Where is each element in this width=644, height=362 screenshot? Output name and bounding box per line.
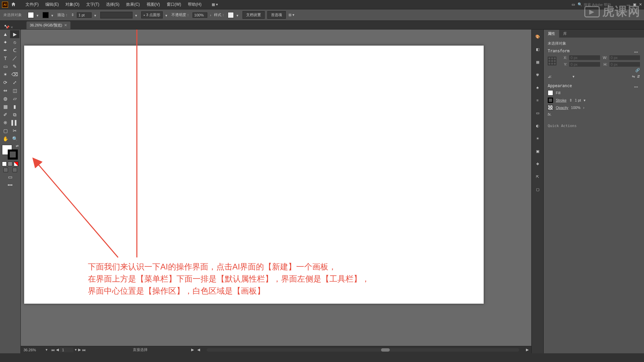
asset-export-icon[interactable]: ⇱	[534, 173, 541, 180]
opacity-panel-input[interactable]: 100%	[571, 106, 580, 110]
zoom-tool[interactable]: 🔍	[10, 135, 19, 143]
brushes-panel-icon[interactable]: ✾	[534, 71, 541, 78]
fx-button[interactable]: fx.	[548, 112, 552, 116]
zoom-level[interactable]: 36.26%	[23, 348, 42, 352]
hand-tool[interactable]: ✋	[1, 135, 10, 143]
stroke-width-input[interactable]	[77, 12, 92, 18]
layers-panel-icon[interactable]: ❖	[534, 160, 541, 168]
tab-properties[interactable]: 属性	[544, 30, 559, 38]
fill-swatch[interactable]	[28, 12, 34, 18]
stroke-swatch-panel[interactable]	[548, 98, 553, 103]
next-artboard-icon[interactable]: ▶	[78, 348, 81, 352]
transform-options-icon[interactable]: •••	[634, 50, 638, 54]
artboard-number[interactable]: 1	[60, 348, 73, 352]
y-input[interactable]: 0 px	[569, 62, 600, 67]
eraser-tool[interactable]: ⌫	[10, 70, 19, 78]
edit-toolbar-button[interactable]: •••	[1, 181, 19, 189]
stroke-color[interactable]	[8, 149, 18, 160]
prefs-button[interactable]: 首选项	[267, 11, 286, 19]
fill-swatch-panel[interactable]	[548, 90, 553, 96]
blend-tool[interactable]: ⧉	[10, 111, 19, 119]
tab-libraries[interactable]: 库	[559, 30, 571, 38]
h-input[interactable]: 0 px	[609, 62, 640, 67]
w-input[interactable]: 0 px	[609, 55, 640, 60]
transparency-panel-icon[interactable]: ◐	[534, 122, 541, 129]
menu-edit[interactable]: 编辑(E)	[42, 2, 62, 7]
width-tool[interactable]: ⇔	[1, 86, 10, 95]
screen-mode-2[interactable]	[12, 168, 17, 172]
appearance-options-icon[interactable]: •••	[634, 85, 638, 89]
scale-tool[interactable]: ⤢	[10, 78, 19, 86]
stroke-link[interactable]: Stroke	[556, 98, 567, 102]
symbol-sprayer-tool[interactable]: ※	[1, 119, 10, 127]
stroke-panel-icon[interactable]: ≡	[534, 97, 541, 104]
status-expand-icon[interactable]: ▶	[191, 348, 194, 352]
color-panel-icon[interactable]: 🎨	[534, 33, 541, 40]
workspace-icon[interactable]: ▭	[572, 2, 575, 7]
flip-h-icon[interactable]: ⇋	[632, 74, 635, 79]
rotate-tool[interactable]: ⟳	[1, 78, 10, 86]
menu-help[interactable]: 帮助(H)	[184, 2, 205, 7]
stroke-width-panel[interactable]: 1 pt	[575, 98, 581, 102]
opacity-link[interactable]: Opacity	[556, 106, 568, 110]
perspective-tool[interactable]: ▱	[10, 95, 19, 103]
doc-setup-button[interactable]: 文档设置	[243, 11, 265, 19]
shaper-tool[interactable]: ✶	[1, 70, 10, 78]
menu-file[interactable]: 文件(F)	[22, 2, 42, 7]
rectangle-tool[interactable]: ▭	[1, 62, 10, 70]
artboards-panel-icon[interactable]: ▢	[534, 186, 541, 193]
symbols-panel-icon[interactable]: ♣	[534, 84, 541, 91]
menu-view[interactable]: 视图(V)	[143, 2, 163, 7]
constrain-icon[interactable]: 🔗	[635, 68, 640, 72]
screen-mode-1[interactable]	[3, 168, 8, 172]
type-tool[interactable]: T	[1, 54, 10, 62]
opacity-expand[interactable]: ›	[210, 13, 211, 17]
artboard-tool[interactable]: ▢	[1, 127, 10, 135]
curvature-tool[interactable]: ᑕ	[10, 46, 19, 54]
mesh-tool[interactable]: ▦	[1, 103, 10, 111]
horizontal-scrollbar[interactable]	[207, 348, 519, 352]
prev-artboard-icon[interactable]: ◀	[56, 348, 59, 352]
slice-tool[interactable]: ✂	[10, 127, 19, 135]
var-width-dd[interactable]	[100, 12, 132, 18]
gradient-tool[interactable]: ▮	[10, 103, 19, 111]
stroke-swatch[interactable]	[43, 12, 49, 18]
last-artboard-icon[interactable]: ⏭	[82, 348, 86, 352]
first-artboard-icon[interactable]: ⏮	[51, 348, 55, 352]
direct-selection-tool[interactable]: ▶	[10, 30, 19, 38]
menu-window[interactable]: 窗口(W)	[163, 2, 184, 7]
reference-point[interactable]	[548, 57, 556, 65]
fill-dd[interactable]: ▾	[37, 13, 40, 17]
line-tool[interactable]: ／	[10, 54, 19, 62]
paintbrush-tool[interactable]: ✎	[10, 62, 19, 70]
appearance-panel-icon[interactable]: ☀	[534, 135, 541, 142]
draw-inside[interactable]	[14, 162, 18, 166]
screen-mode-button[interactable]: ▭	[1, 173, 19, 181]
free-transform-tool[interactable]: ◫	[10, 86, 19, 95]
arrange-docs-icon[interactable]: ▦ ▾	[212, 2, 218, 7]
column-graph-tool[interactable]: ▌▌	[10, 119, 19, 127]
gradient-panel-icon[interactable]: ▭	[534, 109, 541, 117]
x-input[interactable]: 0 px	[569, 55, 600, 60]
fill-stroke-control[interactable]: ⇄	[1, 144, 19, 160]
menu-type[interactable]: 文字(T)	[83, 2, 103, 7]
opacity-input[interactable]	[193, 12, 207, 18]
style-swatch[interactable]	[228, 12, 234, 18]
flip-v-icon[interactable]: ⇵	[637, 74, 640, 79]
swatches-panel-icon[interactable]: ▦	[534, 58, 541, 66]
color-guide-icon[interactable]: ◧	[534, 46, 541, 53]
brush-dd[interactable]: •3 点圆形	[141, 11, 163, 18]
home-icon[interactable]	[11, 2, 17, 8]
tab-close-icon[interactable]: ✕	[64, 23, 67, 27]
magic-wand-tool[interactable]: ✦	[1, 38, 10, 46]
menu-select[interactable]: 选择(S)	[103, 2, 123, 7]
pen-tool[interactable]: ✒	[1, 46, 10, 54]
eyedropper-tool[interactable]: ✐	[1, 111, 10, 119]
draw-normal[interactable]	[2, 162, 7, 166]
menu-object[interactable]: 对象(O)	[62, 2, 83, 7]
swap-colors-icon[interactable]: ⇄	[16, 144, 18, 148]
document-tab[interactable]: 36.26% (RGB/预览) ✕	[26, 21, 71, 29]
stroke-stepper[interactable]: ⇕	[71, 13, 74, 17]
lasso-tool[interactable]: ⍉	[10, 38, 19, 46]
draw-behind[interactable]	[8, 162, 12, 166]
